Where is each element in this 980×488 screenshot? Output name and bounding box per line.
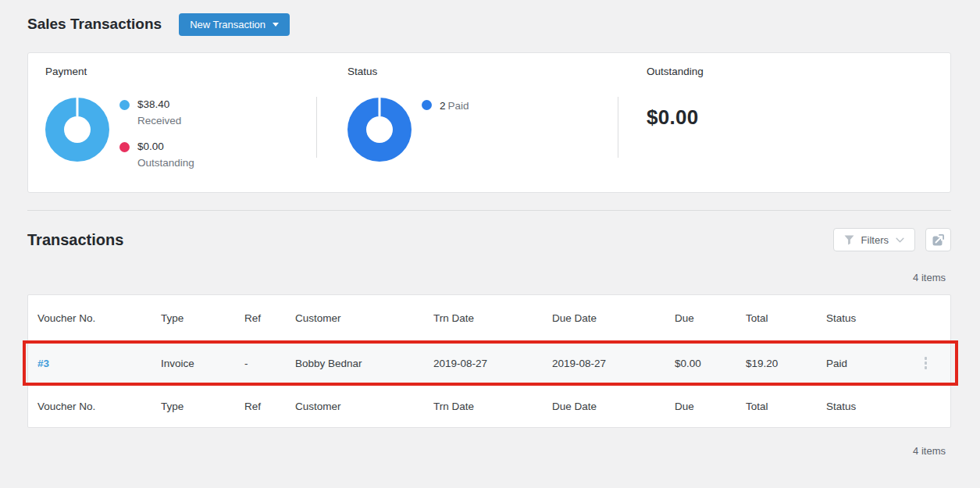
summary-divider-1 xyxy=(316,97,317,158)
column-total: Total xyxy=(746,312,826,324)
footer-column-trn-date: Trn Date xyxy=(433,401,552,412)
footer-column-total: Total xyxy=(746,401,826,412)
payment-panel-title: Payment xyxy=(45,66,316,77)
cell-due-date: 2019-08-27 xyxy=(552,358,675,369)
footer-column-status: Status xyxy=(826,401,918,412)
column-customer: Customer xyxy=(295,312,433,324)
footer-column-due-date: Due Date xyxy=(552,401,675,412)
cell-total: $19.20 xyxy=(746,358,826,369)
outstanding-value: $0.00 xyxy=(137,141,194,152)
summary-card: Payment $38.40 Received $0.00 xyxy=(27,52,951,193)
filters-button[interactable]: Filters xyxy=(833,228,915,251)
table-header-row: Voucher No. Type Ref Customer Trn Date D… xyxy=(28,295,950,341)
payment-donut-chart xyxy=(45,98,109,162)
chevron-down-icon xyxy=(896,237,904,243)
legend-item-outstanding: $0.00 Outstanding xyxy=(119,141,194,169)
footer-column-due: Due xyxy=(675,401,746,412)
row-menu-dots-icon[interactable] xyxy=(921,354,931,372)
table-row[interactable]: #3 Invoice - Bobby Bednar 2019-08-27 201… xyxy=(28,341,950,385)
section-divider xyxy=(27,210,951,211)
status-panel-title: Status xyxy=(347,66,618,77)
received-dot-icon xyxy=(119,100,130,110)
export-icon xyxy=(932,234,944,246)
page-header: Sales Transactions New Transaction xyxy=(27,12,951,36)
paid-label: Paid xyxy=(448,100,469,112)
table-footer-row: Voucher No. Type Ref Customer Trn Date D… xyxy=(28,385,950,427)
outstanding-panel-title: Outstanding xyxy=(647,66,950,77)
status-legend: 2Paid xyxy=(422,98,469,162)
outstanding-label: Outstanding xyxy=(137,158,194,169)
cell-due: $0.00 xyxy=(675,358,746,369)
sales-transactions-page: Sales Transactions New Transaction Payme… xyxy=(0,0,980,457)
payment-legend: $38.40 Received $0.00 Outstanding xyxy=(119,98,194,169)
cell-type: Invoice xyxy=(161,358,244,369)
items-count-bottom: 4 items xyxy=(27,445,951,457)
cell-customer: Bobby Bednar xyxy=(295,358,433,369)
column-trn-date: Trn Date xyxy=(433,312,552,324)
footer-column-voucher-no: Voucher No. xyxy=(37,401,161,412)
footer-column-type: Type xyxy=(161,401,244,412)
column-due: Due xyxy=(675,312,746,324)
legend-item-paid: 2Paid xyxy=(422,99,469,112)
new-transaction-label: New Transaction xyxy=(190,19,265,30)
column-voucher-no: Voucher No. xyxy=(37,312,161,324)
paid-count: 2 xyxy=(440,100,446,112)
cell-ref: - xyxy=(244,358,295,369)
footer-column-ref: Ref xyxy=(244,401,295,412)
filters-label: Filters xyxy=(861,234,889,246)
outstanding-amount: $0.00 xyxy=(647,105,950,130)
outstanding-summary-panel: Outstanding $0.00 xyxy=(618,53,950,192)
received-label: Received xyxy=(137,116,181,126)
transactions-title: Transactions xyxy=(27,231,123,249)
new-transaction-button[interactable]: New Transaction xyxy=(179,13,290,36)
filter-funnel-icon xyxy=(844,235,854,245)
outstanding-dot-icon xyxy=(119,142,130,152)
footer-column-customer: Customer xyxy=(295,401,433,412)
status-summary-panel: Status 2Paid xyxy=(316,53,618,192)
items-count-top: 4 items xyxy=(27,272,951,283)
page-title: Sales Transactions xyxy=(27,16,162,33)
transactions-table: Voucher No. Type Ref Customer Trn Date D… xyxy=(27,294,951,428)
column-ref: Ref xyxy=(244,312,295,324)
status-donut-chart xyxy=(347,98,412,162)
payment-summary-panel: Payment $38.40 Received $0.00 xyxy=(28,53,316,192)
transactions-header: Transactions Filters xyxy=(27,228,951,251)
column-due-date: Due Date xyxy=(552,312,675,324)
column-type: Type xyxy=(161,312,244,324)
legend-item-received: $38.40 Received xyxy=(119,99,194,126)
received-value: $38.40 xyxy=(137,99,181,110)
cell-trn-date: 2019-08-27 xyxy=(433,358,552,369)
paid-dot-icon xyxy=(422,100,432,110)
voucher-link[interactable]: #3 xyxy=(37,358,49,369)
export-button[interactable] xyxy=(925,228,951,251)
caret-down-icon xyxy=(273,23,279,27)
summary-divider-2 xyxy=(618,97,618,158)
column-status: Status xyxy=(826,312,918,324)
cell-status: Paid xyxy=(826,358,918,369)
transactions-actions: Filters xyxy=(833,228,951,251)
